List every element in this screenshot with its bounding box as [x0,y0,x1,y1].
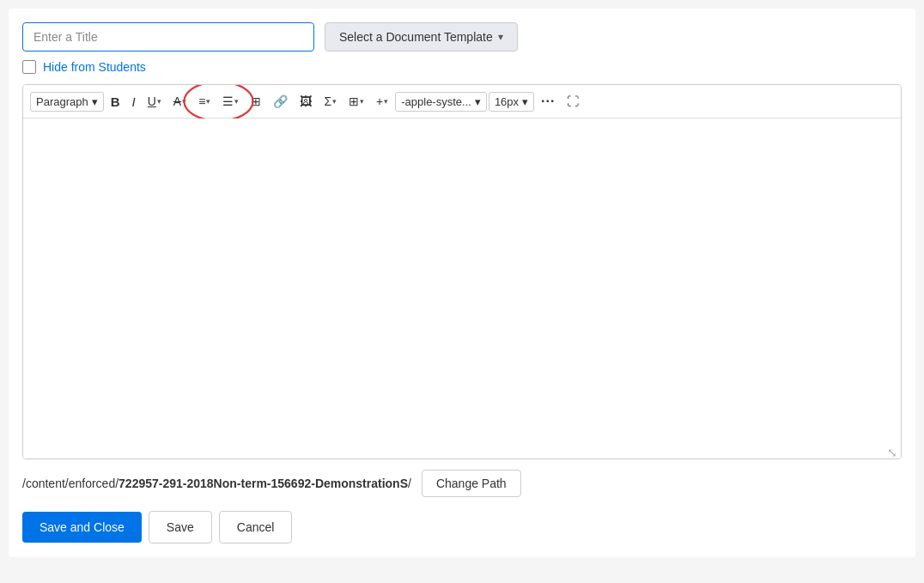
image-button[interactable]: 🖼 [295,91,317,112]
fullscreen-button[interactable]: ⛶ [562,91,584,112]
font-label: -apple-syste... [401,95,471,108]
size-label: 16px [495,95,519,108]
list-dropdown[interactable]: ☰ ▾ [217,91,244,112]
plus-caret: ▾ [384,97,388,106]
title-input[interactable] [22,22,314,52]
editor-wrapper: Paragraph ▾ B I U ▾ A ▾ [22,84,902,459]
formula-icon: Σ [324,94,331,108]
grid-icon: ⊞ [349,94,359,108]
size-chevron: ▾ [522,95,528,108]
plus-dropdown[interactable]: + ▾ [371,91,393,112]
toolbar: Paragraph ▾ B I U ▾ A ▾ [23,85,901,118]
cancel-button[interactable]: Cancel [219,511,293,544]
template-button[interactable]: Select a Document Template ▾ [325,22,518,52]
resize-handle[interactable]: ⤡ [887,446,897,457]
link-icon: 🔗 [273,94,288,108]
hide-row: Hide from Students [22,60,902,74]
grid-caret: ▾ [360,97,364,106]
hide-students-checkbox[interactable] [22,60,36,74]
editor-resize-area: ⤡ [23,445,901,459]
more-options-button[interactable]: ··· [536,90,560,112]
formula-caret: ▾ [332,97,337,106]
list-icon: ☰ [222,94,234,108]
paragraph-chevron: ▾ [92,95,98,108]
italic-button[interactable]: I [127,91,141,112]
link-button[interactable]: 🔗 [268,91,293,112]
save-close-button[interactable]: Save and Close [22,512,142,543]
underline-dropdown[interactable]: U ▾ [143,91,167,112]
font-select[interactable]: -apple-syste... ▾ [395,92,487,112]
plus-icon: + [376,94,383,108]
underline-icon: U [148,94,156,108]
template-button-label: Select a Document Template [339,30,493,44]
align-group: ≡ ▾ ☰ ▾ [193,91,244,112]
more-icon: ··· [541,94,555,109]
path-row: /content/enforced/722957-291-2018Non-ter… [22,470,902,497]
align-left-icon: ≡ [198,94,205,108]
size-select[interactable]: 16px ▾ [489,92,534,112]
paragraph-label: Paragraph [36,95,88,108]
strikethrough-caret: ▾ [182,97,186,106]
formula-dropdown[interactable]: Σ ▾ [319,91,342,112]
align-left-caret: ▾ [206,97,210,106]
fullscreen-icon: ⛶ [567,94,579,108]
table-icon: ⊞ [251,94,261,108]
font-chevron: ▾ [475,95,481,108]
image-icon: 🖼 [300,94,312,108]
strikethrough-dropdown[interactable]: A ▾ [168,91,191,112]
bold-button[interactable]: B [106,91,125,112]
editor-body[interactable] [23,118,901,445]
list-caret: ▾ [234,97,239,106]
top-row: Select a Document Template ▾ [22,22,902,52]
underline-caret: ▾ [157,97,161,106]
grid-dropdown[interactable]: ⊞ ▾ [343,91,369,112]
change-path-button[interactable]: Change Path [422,470,521,497]
hide-students-label[interactable]: Hide from Students [43,60,146,74]
bottom-row: Save and Close Save Cancel [22,511,902,544]
chevron-down-icon: ▾ [498,31,503,43]
paragraph-select[interactable]: Paragraph ▾ [30,92,104,112]
table-button[interactable]: ⊞ [246,91,266,112]
save-button[interactable]: Save [149,511,212,544]
page-container: Select a Document Template ▾ Hide from S… [9,9,915,557]
align-left-dropdown[interactable]: ≡ ▾ [193,91,216,112]
strikethrough-icon: A [173,94,181,108]
path-text: /content/enforced/722957-291-2018Non-ter… [22,477,411,490]
